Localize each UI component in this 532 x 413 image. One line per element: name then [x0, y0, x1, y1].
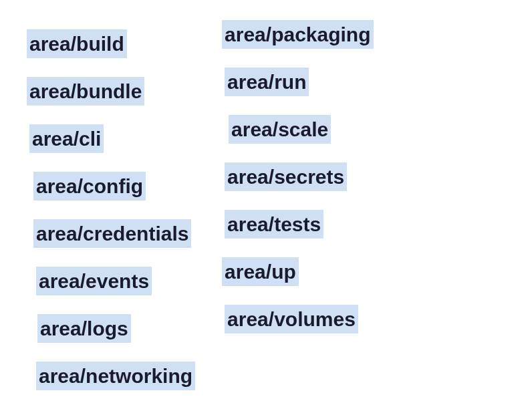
- label-area-scale[interactable]: area/scale: [229, 115, 331, 144]
- label-item: area/secrets: [225, 162, 373, 191]
- label-item: area/cli: [29, 124, 195, 153]
- label-item: area/tests: [225, 210, 373, 239]
- label-item: area/events: [36, 267, 195, 295]
- label-item: area/logs: [37, 314, 195, 343]
- label-area-credentials[interactable]: area/credentials: [33, 219, 191, 248]
- label-item: area/build: [27, 29, 195, 58]
- label-item: area/scale: [229, 115, 373, 144]
- label-column-left: area/build area/bundle area/cli area/con…: [27, 20, 195, 390]
- label-area-cli[interactable]: area/cli: [29, 124, 104, 153]
- label-item: area/networking: [36, 362, 195, 390]
- label-area-run[interactable]: area/run: [225, 67, 309, 96]
- label-container: area/build area/bundle area/cli area/con…: [0, 0, 532, 410]
- label-item: area/config: [33, 172, 195, 200]
- label-area-volumes[interactable]: area/volumes: [225, 305, 358, 333]
- label-area-networking[interactable]: area/networking: [36, 362, 195, 390]
- label-area-up[interactable]: area/up: [222, 257, 299, 286]
- label-area-bundle[interactable]: area/bundle: [27, 77, 144, 106]
- label-area-secrets[interactable]: area/secrets: [225, 162, 347, 191]
- label-item: area/up: [222, 257, 373, 286]
- label-item: area/volumes: [225, 305, 373, 333]
- label-item: area/run: [225, 67, 373, 96]
- label-area-events[interactable]: area/events: [36, 267, 152, 295]
- label-area-logs[interactable]: area/logs: [37, 314, 131, 343]
- label-item: area/bundle: [27, 77, 195, 106]
- label-area-config[interactable]: area/config: [33, 172, 146, 200]
- label-area-tests[interactable]: area/tests: [225, 210, 323, 239]
- label-area-build[interactable]: area/build: [27, 29, 127, 58]
- label-item: area/packaging: [222, 20, 373, 49]
- label-column-right: area/packaging area/run area/scale area/…: [222, 20, 373, 390]
- label-item: area/credentials: [33, 219, 195, 248]
- label-area-packaging[interactable]: area/packaging: [222, 20, 373, 49]
